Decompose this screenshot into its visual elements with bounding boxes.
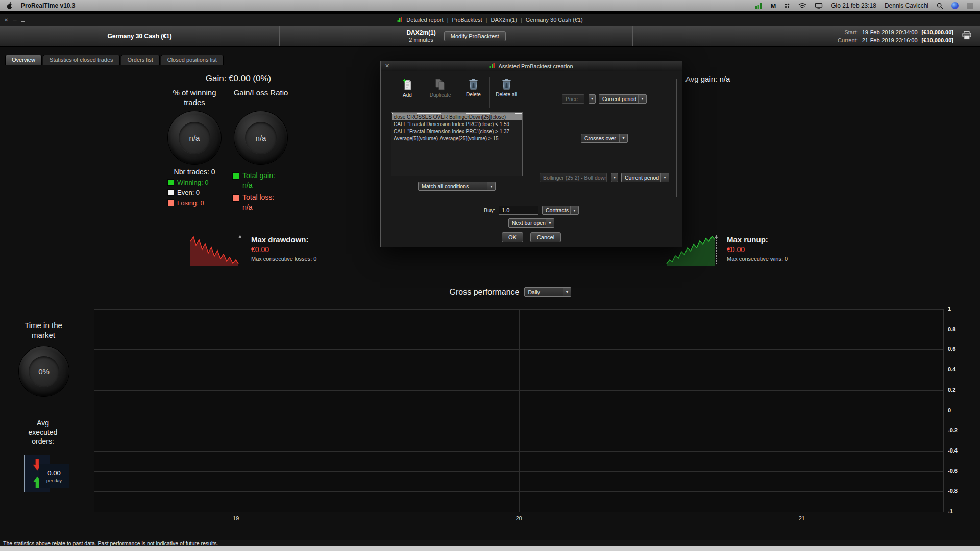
legend-item-even: Even: 0 bbox=[168, 187, 208, 197]
gridline bbox=[94, 512, 943, 512]
gain-loss-ratio-gauge: n/a bbox=[234, 111, 287, 164]
conditions-list[interactable]: close CROSSES OVER BollingerDown[25](clo… bbox=[391, 112, 523, 176]
period-dropdown-1[interactable]: Current period ▼ bbox=[599, 94, 647, 104]
trades-legend: Winning: 0 Even: 0 Losing: 0 bbox=[168, 177, 208, 208]
add-condition-button[interactable]: Add bbox=[391, 77, 424, 108]
breadcrumb-item: DAX2m(1) bbox=[491, 17, 517, 23]
menubar-user[interactable]: Dennis Cavicchi bbox=[885, 2, 928, 9]
add-icon bbox=[402, 79, 412, 90]
y-axis-tick: -0.2 bbox=[948, 428, 958, 434]
buy-row: Buy: Contracts ▼ bbox=[381, 206, 682, 215]
report-chart-icon bbox=[397, 17, 403, 23]
chevron-down-icon: ▼ bbox=[611, 173, 618, 182]
max-consecutive-losses: Max consecutive losses: 0 bbox=[251, 256, 316, 262]
timing-dropdown-value: Next bar open bbox=[509, 219, 546, 227]
delete-all-conditions-button[interactable]: Delete all bbox=[489, 77, 523, 108]
delete-icon bbox=[469, 79, 478, 90]
breadcrumb-item: Detailed report bbox=[406, 17, 443, 23]
indicator-dropdown-value: Bollinger (25 2) - Boll down bbox=[540, 173, 606, 182]
avg-orders-title: Avg executed orders: bbox=[24, 418, 61, 446]
dialog-title: Assisted ProBacktest creation bbox=[498, 63, 573, 69]
printer-icon[interactable] bbox=[962, 31, 972, 42]
dots-icon[interactable] bbox=[784, 2, 790, 10]
notification-list-icon[interactable] bbox=[967, 2, 974, 10]
y-axis-tick: 0.2 bbox=[948, 387, 955, 393]
menubar-app-name[interactable]: ProRealTime v10.3 bbox=[21, 2, 76, 9]
performance-divider bbox=[82, 284, 82, 538]
menubar-clock[interactable]: Gio 21 feb 23:18 bbox=[831, 2, 876, 9]
apple-icon[interactable] bbox=[6, 2, 13, 10]
breadcrumb-separator: | bbox=[486, 17, 487, 23]
time-in-market-gauge: 0% bbox=[19, 346, 69, 396]
dialog-titlebar[interactable]: ✕ Assisted ProBacktest creation bbox=[381, 61, 682, 71]
tab-statistics-closed-trades[interactable]: Statistics of closed trades bbox=[43, 55, 120, 65]
status-bar: The statistics above relate to past data… bbox=[0, 540, 980, 546]
tab-overview[interactable]: Overview bbox=[5, 55, 42, 65]
total-loss-label: Total loss: bbox=[242, 193, 274, 202]
x-axis-tick: 21 bbox=[799, 515, 805, 521]
unit-dropdown[interactable]: Contracts ▼ bbox=[542, 206, 579, 215]
breadcrumb-separator: | bbox=[521, 17, 522, 23]
delete-condition-button[interactable]: Delete bbox=[457, 77, 490, 108]
wifi-icon[interactable] bbox=[798, 2, 806, 10]
chevron-down-icon: ▼ bbox=[638, 95, 646, 103]
legend-label: Even: 0 bbox=[177, 189, 200, 196]
display-icon[interactable] bbox=[815, 2, 823, 10]
orders-value-card: 0.00 per day bbox=[39, 464, 69, 488]
ok-button[interactable]: OK bbox=[502, 232, 523, 242]
maximize-icon[interactable] bbox=[21, 18, 25, 22]
timing-dropdown[interactable]: Next bar open ▼ bbox=[508, 218, 554, 228]
total-loss-swatch bbox=[233, 195, 239, 201]
avg-orders-unit: per day bbox=[46, 478, 62, 483]
tab-closed-positions-list[interactable]: Closed positions list bbox=[161, 55, 224, 65]
price-dropdown: Price bbox=[562, 94, 584, 104]
stats-bars-icon[interactable] bbox=[755, 2, 762, 10]
cancel-button[interactable]: Cancel bbox=[530, 232, 561, 242]
performance-period-dropdown[interactable]: Daily ▼ bbox=[524, 287, 571, 297]
report-header: Germany 30 Cash (€1) DAX2m(1) 2 minutes … bbox=[0, 26, 980, 47]
gross-performance-chart: 1 0.8 0.6 0.4 0.2 0 -0.2 -0.4 -0.6 -0.8 … bbox=[94, 309, 944, 512]
condition-row[interactable]: Average[5](volume)-Average[25](volume) >… bbox=[392, 135, 522, 142]
current-label: Current: bbox=[838, 37, 858, 43]
close-icon[interactable]: ✕ bbox=[385, 63, 389, 69]
current-value: 21-Feb-2019 23:16:00 bbox=[862, 37, 918, 43]
gross-performance-title: Gross performance bbox=[450, 288, 520, 297]
tool-label: Duplicate bbox=[430, 92, 451, 98]
instrument-name: Germany 30 Cash (€1) bbox=[107, 33, 172, 40]
total-gain-swatch bbox=[233, 173, 239, 179]
max-drawdown-value: €0.00 bbox=[251, 245, 316, 254]
performance-period-value: Daily bbox=[525, 288, 562, 296]
close-icon[interactable]: ✕ bbox=[4, 17, 8, 23]
x-axis-tick: 20 bbox=[516, 515, 522, 521]
match-conditions-value: Match all conditions bbox=[419, 182, 487, 190]
symbol-timeframe: 2 minutes bbox=[406, 36, 435, 43]
max-drawdown-label: Max drawdown: bbox=[251, 235, 316, 244]
symbol-name: DAX2m(1) bbox=[406, 29, 435, 36]
condition-row[interactable]: close CROSSES OVER BollingerDown[25](clo… bbox=[392, 113, 522, 120]
chevron-down-icon: ▼ bbox=[487, 182, 495, 190]
screen: ProRealTime v10.3 M Gio 21 feb 23:18 Den… bbox=[0, 0, 980, 551]
spotlight-search-icon[interactable] bbox=[937, 2, 943, 10]
operator-dropdown-value: Crosses over bbox=[581, 134, 619, 142]
chevron-down-icon: ▼ bbox=[660, 173, 669, 182]
condition-row[interactable]: CALL "Fractal Dimension Index PRC"(close… bbox=[392, 120, 522, 128]
match-conditions-dropdown[interactable]: Match all conditions ▼ bbox=[418, 182, 496, 191]
modify-probacktest-button[interactable]: Modify ProBacktest bbox=[444, 31, 506, 41]
minimize-icon[interactable]: ─ bbox=[13, 17, 16, 23]
legend-label: Winning: 0 bbox=[177, 179, 208, 186]
start-value: 19-Feb-2019 20:34:00 bbox=[862, 29, 918, 35]
nbr-trades: Nbr trades: 0 bbox=[154, 168, 235, 176]
x-axis-tick: 19 bbox=[233, 515, 239, 521]
condition-row[interactable]: CALL "Fractal Dimension Index PRC"(close… bbox=[392, 128, 522, 135]
m-logo-icon[interactable]: M bbox=[770, 2, 776, 10]
legend-item-winning: Winning: 0 bbox=[168, 177, 208, 187]
operator-dropdown[interactable]: Crosses over ▼ bbox=[581, 134, 628, 143]
winning-swatch bbox=[168, 180, 174, 185]
buy-quantity-input[interactable] bbox=[499, 206, 538, 215]
tab-orders-list[interactable]: Orders list bbox=[121, 55, 160, 65]
delete-all-icon bbox=[502, 79, 511, 90]
period-dropdown-2[interactable]: Current period ▼ bbox=[621, 173, 669, 182]
total-gain-label: Total gain: bbox=[242, 171, 275, 180]
siri-icon[interactable] bbox=[951, 2, 959, 10]
performance-header: Gross performance Daily ▼ bbox=[337, 287, 684, 297]
